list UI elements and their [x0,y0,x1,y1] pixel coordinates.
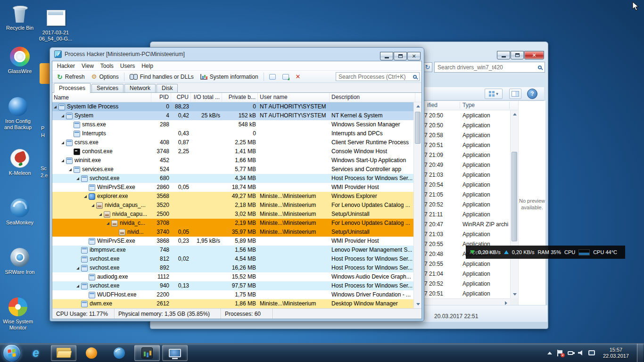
refresh-button[interactable]: ↻ Refresh [54,72,88,82]
expand-arrow-icon[interactable] [76,285,79,288]
menu-item-hacker[interactable]: Hacker [54,62,78,70]
expand-arrow-icon[interactable] [61,141,64,144]
expand-arrow-icon[interactable] [69,168,72,171]
desktop-icon-glasswire[interactable]: GlassWire [3,46,37,74]
process-row[interactable]: svchost.exe9400,1397,57 MBHost Process f… [52,281,413,290]
taskbar-process-hacker-button[interactable] [134,345,160,361]
maximize-button[interactable] [511,51,524,59]
column-header-user[interactable]: User name [258,93,330,102]
new-window-button[interactable] [280,73,292,81]
process-row[interactable]: services.exe5245,77 MBServices and Contr… [52,165,413,174]
process-row[interactable]: smss.exe288548 kBWindows Session Manager [52,120,413,129]
views-button[interactable]: ▾ [485,89,503,99]
help-button[interactable]: ? [527,89,537,99]
process-row[interactable]: csrss.exe4080,872,25 MBClient Server Run… [52,138,413,147]
scrollbar-thumb[interactable] [415,112,421,144]
explorer-search-box[interactable]: Search drivers_win7_t420 [434,62,545,73]
tab-disk[interactable]: Disk [157,84,178,92]
minimize-button[interactable] [380,52,393,60]
desktop-icon-srware[interactable]: SRWare Iron [3,247,37,275]
title-bar[interactable]: Process Hacker [Ministeerium-PC\Ministee… [50,48,424,61]
expand-arrow-icon[interactable] [99,213,102,216]
show-desktop-button[interactable] [637,344,643,362]
expand-arrow-icon[interactable] [76,177,79,180]
process-row[interactable]: explorer.exe356849,27 MBMiniste...\Minis… [52,192,413,201]
process-row[interactable]: System40,4225 kB/s152 kBNT AUTHORITY\SYS… [52,111,413,120]
process-row[interactable]: svchost.exe8120,024,54 MBHost Process fo… [52,255,413,263]
search-processes-box[interactable]: Search Processes (Ctrl+K) [336,72,420,81]
action-center-flag-icon[interactable]: ✕ [557,350,563,356]
column-header-priv[interactable]: Private b... [222,93,258,102]
taskbar-clock[interactable]: 15:57 22.03.2017 [600,347,632,359]
column-header-desc[interactable]: Description [330,93,415,102]
desktop-icon-wise[interactable]: Wise System Monitor [1,296,35,331]
process-row[interactable]: System Idle Process088,230NT AUTHORITY\S… [52,102,413,111]
explorer-vertical-scrollbar[interactable] [510,110,518,298]
process-hacker-window[interactable]: Process Hacker [Ministeerium-PC\Ministee… [50,47,424,321]
preview-pane-button[interactable] [509,89,521,99]
column-header-io[interactable]: I/O total ... [191,93,222,102]
expand-arrow-icon[interactable] [54,106,57,108]
expand-arrow-icon[interactable] [84,195,87,198]
expand-arrow-icon[interactable] [61,115,64,117]
taskbar-window-button[interactable] [162,345,188,361]
column-header-pid[interactable]: PID [151,93,171,102]
process-row[interactable]: WUDFHost.exe22001,75 MBWindows Driver Fo… [52,290,413,299]
taskbar-explorer-button[interactable] [51,345,76,361]
desktop-icon-recycle[interactable]: Recycle Bin [3,3,37,31]
process-row[interactable]: WmiPrvSE.exe38680,231,95 kB/s5,89 MBWMI … [52,237,413,246]
expand-arrow-icon[interactable] [107,222,109,225]
show-hidden-icons-chevron[interactable] [547,352,552,354]
process-row[interactable]: wininit.exe4521,66 MBWindows Start-Up Ap… [52,156,413,165]
process-row[interactable]: WmiPrvSE.exe28600,0518,74 MBWMI Provider… [52,183,413,192]
process-row[interactable]: dwm.exe26121,86 MBMiniste...\Ministeeriu… [52,299,413,308]
desktop-icon-kmeleon[interactable]: K-Meleon [3,148,37,176]
close-button[interactable]: ✕ [524,51,544,59]
options-button[interactable]: ⚙ Options [89,72,122,82]
desktop[interactable]: Recycle Bin2017-03-21 06_54_00-G...Glass… [0,0,644,362]
taskbar-media-button[interactable] [79,345,104,361]
tab-processes[interactable]: Processes [54,83,91,93]
minimize-button[interactable] [497,51,510,59]
window-pane-button[interactable] [266,73,279,81]
process-row[interactable]: Interrupts0,430Interrupts and DPCs [52,129,413,138]
scrollbar-thumb[interactable] [512,152,517,241]
menu-item-help[interactable]: Help [138,62,157,70]
column-header-type[interactable]: Type [462,102,475,108]
network-icon[interactable] [588,350,595,355]
process-row[interactable]: ibmpmsvc.exe7481,56 MBLenovo Power Manag… [52,246,413,255]
terminate-process-button[interactable]: ✕ [293,72,304,81]
tab-services[interactable]: Services [91,84,124,92]
process-row[interactable]: svchost.exe6804,34 MBHost Process for Wi… [52,174,413,183]
expand-arrow-icon[interactable] [61,159,64,162]
power-icon[interactable] [568,351,573,355]
column-header-name[interactable]: Name [52,93,151,102]
find-handles-button[interactable]: Find handles or DLLs [127,72,197,82]
menu-item-users[interactable]: Users [117,62,138,70]
process-row[interactable]: svchost.exe89216,26 MBHost Process for W… [52,263,413,272]
process-row[interactable]: nivida_capu...25003,02 MBMiniste...\Mini… [52,210,413,219]
close-button[interactable]: ✕ [407,52,421,60]
taskbar-seamonkey-button[interactable] [107,345,132,361]
expand-arrow-icon[interactable] [91,204,94,207]
desktop-icon-iron[interactable]: Iron Config and Backup [1,96,35,131]
maximize-button[interactable] [394,52,407,60]
address-refresh-button[interactable]: ↻ [423,62,432,72]
process-row[interactable]: conhost.exe37482,251,41 MBConsole Window… [52,147,413,156]
menu-item-view[interactable]: View [78,62,97,70]
expand-arrow-icon[interactable] [76,267,79,270]
system-information-button[interactable]: System information [198,72,261,82]
process-list-scrollbar[interactable] [413,102,421,308]
process-row[interactable]: nivid...37400,0535,97 MBMiniste...\Minis… [52,228,413,237]
process-row[interactable]: nivida_capus_...35202,18 MBMiniste...\Mi… [52,201,413,210]
column-header-date-modified[interactable]: ified [427,102,438,108]
desktop-icon-snapshot[interactable]: 2017-03-21 06_54_00-G... [39,8,73,42]
start-button[interactable] [3,344,21,362]
process-row[interactable]: audiodg.exe111215,52 MBWindows Audio Dev… [52,272,413,281]
tab-network[interactable]: Network [124,84,156,92]
column-header-cpu[interactable]: CPU [171,93,191,102]
desktop-icon-seamonkey[interactable]: SeaMonkey [3,197,37,226]
taskbar-internet-explorer-button[interactable] [23,345,49,361]
menu-item-tools[interactable]: Tools [97,62,117,70]
process-row[interactable]: nivida_c...37082,19 MBMiniste...\Ministe… [52,219,413,228]
